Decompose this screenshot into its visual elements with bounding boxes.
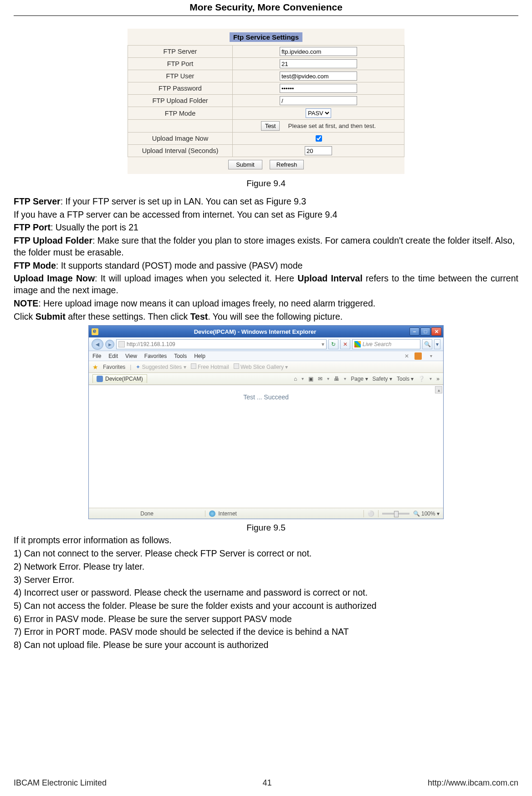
- menu-edit[interactable]: Edit: [108, 353, 118, 359]
- ftp-port-label: FTP Port: [128, 58, 233, 70]
- menu-help[interactable]: Help: [194, 353, 205, 359]
- doc-text-block-1: FTP Server: If your FTP server is set up…: [14, 196, 518, 322]
- ie-window-title: Device(IPCAM) - Windows Internet Explore…: [101, 328, 409, 335]
- ftp-user-label: FTP User: [128, 70, 233, 82]
- menu-file[interactable]: File: [92, 353, 101, 359]
- status-zone: Internet: [218, 510, 237, 517]
- search-box[interactable]: Live Search: [352, 339, 420, 349]
- ie-content-area: ▴ Test ... Succeed: [89, 385, 443, 508]
- ie-menu-bar: File Edit View Favorites Tools Help ✕ ▾: [89, 351, 443, 361]
- ftp-folder-label: FTP Upload Folder: [128, 95, 233, 107]
- ftp-settings-title: Ftp Service Settings: [230, 32, 302, 42]
- ie-tab-bar: Device(IPCAM) ⌂▾ ▣ ✉▾ 🖶▾ Page ▾ Safety ▾…: [89, 373, 443, 385]
- search-provider-icon: [354, 341, 361, 347]
- ftp-user-input[interactable]: [280, 71, 357, 81]
- web-slice-link[interactable]: Web Slice Gallery ▾: [234, 363, 288, 370]
- ftp-test-hint: Please set at first, and then test.: [288, 122, 376, 129]
- address-bar[interactable]: http://192.168.1.109 ▾: [116, 339, 327, 349]
- tab-device-ipcam[interactable]: Device(IPCAM): [92, 374, 147, 383]
- toolbar-more-button[interactable]: »: [436, 376, 440, 382]
- free-hotmail-link[interactable]: Free Hotmail: [191, 363, 229, 370]
- protected-mode-icon: ⚪: [368, 510, 374, 517]
- window-maximize-button[interactable]: □: [420, 327, 430, 336]
- toolbar-safety-menu[interactable]: Safety ▾: [373, 376, 392, 382]
- zoom-slider[interactable]: [382, 513, 409, 515]
- go-refresh-button[interactable]: ↻: [328, 339, 338, 349]
- ftp-server-input[interactable]: [280, 47, 357, 56]
- internet-zone-icon: [209, 510, 215, 517]
- toolbar-home-button[interactable]: ⌂: [294, 376, 297, 382]
- ftp-test-button[interactable]: Test: [261, 121, 280, 131]
- toolbar-help-button[interactable]: ❔: [418, 376, 425, 382]
- ie-logo-icon: [92, 328, 98, 335]
- doc-text-block-2: If it prompts error information as follo…: [14, 535, 518, 651]
- search-options-button[interactable]: ▾: [434, 339, 440, 349]
- footer-url: http://www.ibcam.com.cn: [428, 778, 518, 788]
- ftp-folder-input[interactable]: [280, 96, 357, 105]
- test-result-text: Test ... Succeed: [243, 393, 289, 401]
- ftp-settings-table: Ftp Service Settings FTP Server FTP Port…: [128, 29, 404, 174]
- toolbar-mail-button[interactable]: ✉: [318, 376, 322, 382]
- ftp-password-input[interactable]: [280, 84, 357, 93]
- tab-favicon-icon: [97, 376, 103, 382]
- ie-titlebar: Device(IPCAM) - Windows Internet Explore…: [89, 326, 443, 337]
- footer-company: IBCAM Electronic Limited: [14, 778, 107, 788]
- forward-button[interactable]: ▸: [105, 340, 114, 349]
- figure-9-4-caption: Figure 9.4: [14, 179, 518, 189]
- open-with-icon[interactable]: [414, 352, 422, 360]
- ie-status-bar: Done Internet ⚪ 🔍 100% ▾: [89, 508, 443, 519]
- search-placeholder: Live Search: [363, 341, 391, 347]
- ftp-password-label: FTP Password: [128, 82, 233, 95]
- menu-favorites[interactable]: Favorites: [144, 353, 167, 359]
- stop-button[interactable]: ✕: [340, 339, 350, 349]
- scrollbar-up-button[interactable]: ▴: [435, 386, 442, 393]
- address-url: http://192.168.1.109: [127, 341, 175, 347]
- menu-view[interactable]: View: [125, 353, 137, 359]
- toolbar-page-menu[interactable]: Page ▾: [351, 376, 368, 382]
- ftp-server-label: FTP Server: [128, 46, 233, 58]
- ftp-submit-button[interactable]: Submit: [228, 160, 262, 169]
- ftp-mode-select[interactable]: PASV: [306, 108, 331, 118]
- ie-nav-bar: ◄ ▸ http://192.168.1.109 ▾ ↻ ✕ Live Sear…: [89, 337, 443, 351]
- page-icon: [118, 341, 125, 347]
- tab-title: Device(IPCAM): [105, 376, 143, 382]
- upload-interval-input[interactable]: [305, 146, 332, 155]
- favorites-label[interactable]: Favorites: [103, 364, 125, 370]
- menu-close-icon[interactable]: ✕: [404, 353, 409, 359]
- back-button[interactable]: ◄: [92, 339, 103, 350]
- toolbar-print-button[interactable]: 🖶: [334, 376, 339, 382]
- suggested-sites-link[interactable]: ✦ Suggested Sites ▾: [136, 364, 186, 370]
- ie-window: Device(IPCAM) - Windows Internet Explore…: [88, 325, 444, 519]
- open-with-arrow[interactable]: ▾: [430, 353, 432, 358]
- ftp-refresh-button[interactable]: Refresh: [270, 160, 304, 169]
- figure-9-5-caption: Figure 9.5: [14, 523, 518, 533]
- figure-9-4: Ftp Service Settings FTP Server FTP Port…: [14, 29, 518, 174]
- ie-favorites-bar: ★ Favorites | ✦ Suggested Sites ▾ Free H…: [89, 361, 443, 373]
- menu-tools[interactable]: Tools: [174, 353, 187, 359]
- search-go-button[interactable]: 🔍: [422, 339, 432, 349]
- ftp-port-input[interactable]: [280, 59, 357, 68]
- window-minimize-button[interactable]: –: [409, 327, 419, 336]
- toolbar-tools-menu[interactable]: Tools ▾: [397, 376, 414, 382]
- page-header: More Security, More Convenience: [14, 0, 518, 16]
- window-close-button[interactable]: ✕: [431, 327, 441, 336]
- toolbar-feeds-button[interactable]: ▣: [308, 376, 313, 382]
- page-footer: IBCAM Electronic Limited 41 http://www.i…: [14, 778, 518, 788]
- ftp-mode-label: FTP Mode: [128, 107, 233, 120]
- status-done: Done: [92, 510, 201, 517]
- upload-now-checkbox[interactable]: [316, 135, 322, 142]
- figure-9-5: Device(IPCAM) - Windows Internet Explore…: [14, 325, 518, 519]
- upload-now-label: Upload Image Now: [128, 133, 233, 145]
- footer-page-number: 41: [262, 778, 271, 788]
- favorites-star-icon[interactable]: ★: [92, 363, 98, 371]
- upload-interval-label: Upload Interval (Seconds): [128, 145, 233, 157]
- zoom-level[interactable]: 🔍 100% ▾: [413, 510, 440, 517]
